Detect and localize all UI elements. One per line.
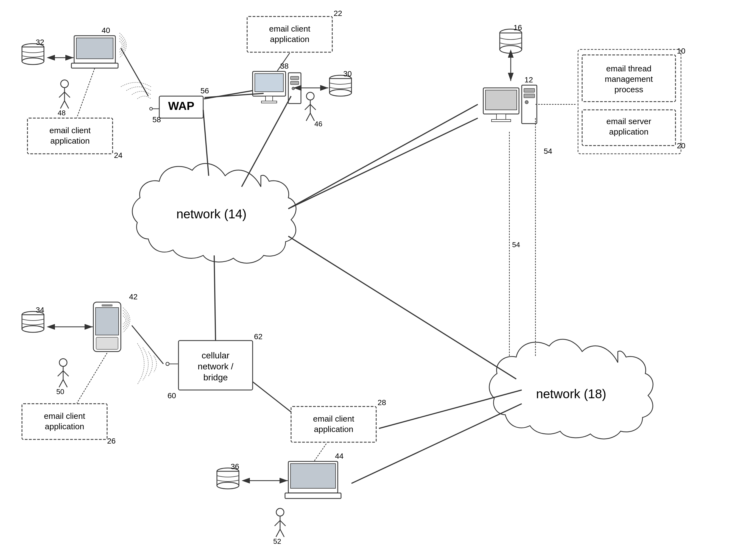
ref-50: 50: [56, 387, 64, 396]
svg-rect-30: [255, 74, 283, 92]
svg-text:management: management: [605, 75, 653, 83]
ref-56: 56: [200, 86, 209, 95]
svg-text:WAP: WAP: [168, 99, 195, 112]
svg-text:application: application: [609, 127, 648, 136]
svg-text:email client: email client: [49, 126, 91, 135]
network-18-label: network (18): [536, 387, 606, 401]
svg-rect-34: [290, 76, 299, 80]
ref-44: 44: [335, 452, 344, 460]
svg-rect-11: [524, 94, 535, 98]
ref-32: 32: [36, 38, 44, 46]
svg-rect-69: [27, 118, 113, 154]
ref-22: 22: [333, 9, 342, 18]
ref-28: 28: [378, 398, 386, 407]
ref-42: 42: [129, 293, 138, 301]
svg-rect-102: [285, 493, 341, 499]
svg-rect-57: [76, 38, 113, 59]
svg-text:email server: email server: [606, 117, 651, 126]
ref-30: 30: [343, 69, 352, 78]
svg-rect-75: [96, 307, 119, 335]
svg-rect-6: [486, 90, 517, 110]
svg-text:application: application: [50, 136, 89, 145]
email-client-26-box: email client application 26: [22, 404, 116, 445]
email-thread-mgmt-box: email thread management process 10: [582, 47, 685, 102]
ref-54: 54: [544, 147, 552, 156]
svg-rect-76: [102, 304, 113, 306]
svg-rect-58: [72, 63, 118, 68]
ref-40: 40: [102, 26, 110, 35]
svg-text:54: 54: [512, 241, 520, 249]
svg-text:email client: email client: [313, 414, 354, 423]
svg-point-80: [22, 326, 44, 332]
svg-point-105: [217, 482, 239, 489]
svg-text:network /: network /: [198, 361, 234, 371]
ref-36: 36: [231, 462, 239, 471]
svg-text:cellular: cellular: [202, 351, 229, 360]
svg-text:application: application: [270, 35, 309, 44]
ref-52: 52: [273, 537, 281, 545]
ref-60: 60: [167, 392, 176, 400]
svg-rect-32: [261, 101, 277, 103]
svg-rect-113: [291, 406, 376, 442]
ref-24: 24: [114, 151, 122, 160]
svg-rect-31: [265, 96, 273, 101]
svg-text:email client: email client: [269, 24, 310, 33]
svg-point-50: [150, 107, 153, 110]
svg-rect-8: [491, 119, 511, 122]
svg-text:application: application: [314, 425, 353, 434]
svg-rect-7: [496, 114, 506, 119]
ref-62: 62: [254, 332, 263, 341]
svg-point-15: [500, 45, 522, 53]
ref-46: 46: [314, 120, 322, 128]
svg-text:process: process: [614, 85, 643, 94]
diagram: network (14) network (18) 12 16 email th…: [0, 0, 751, 560]
email-client-24-box: email client application 24: [27, 118, 122, 160]
svg-rect-35: [290, 81, 299, 85]
svg-rect-26: [247, 17, 332, 52]
svg-point-39: [329, 89, 351, 96]
svg-text:bridge: bridge: [203, 373, 228, 382]
svg-rect-88: [22, 404, 107, 439]
ref-34: 34: [36, 306, 44, 314]
svg-text:application: application: [45, 422, 84, 431]
svg-point-12: [525, 101, 528, 104]
db-16-ref: 16: [513, 23, 522, 32]
svg-text:email client: email client: [44, 412, 85, 420]
ref-48: 48: [58, 109, 66, 117]
ref-58: 58: [153, 115, 161, 124]
svg-rect-101: [290, 464, 336, 488]
email-thread-mgmt-label: email thread: [606, 64, 651, 73]
ref-26: 26: [107, 437, 116, 445]
svg-point-36: [292, 87, 295, 90]
ref-38: 38: [280, 62, 289, 70]
svg-rect-10: [524, 88, 535, 92]
server-12-ref: 12: [525, 76, 533, 84]
svg-point-61: [22, 58, 44, 64]
network-14-label: network (14): [176, 207, 247, 221]
svg-rect-77: [96, 337, 118, 349]
svg-point-96: [166, 362, 169, 365]
